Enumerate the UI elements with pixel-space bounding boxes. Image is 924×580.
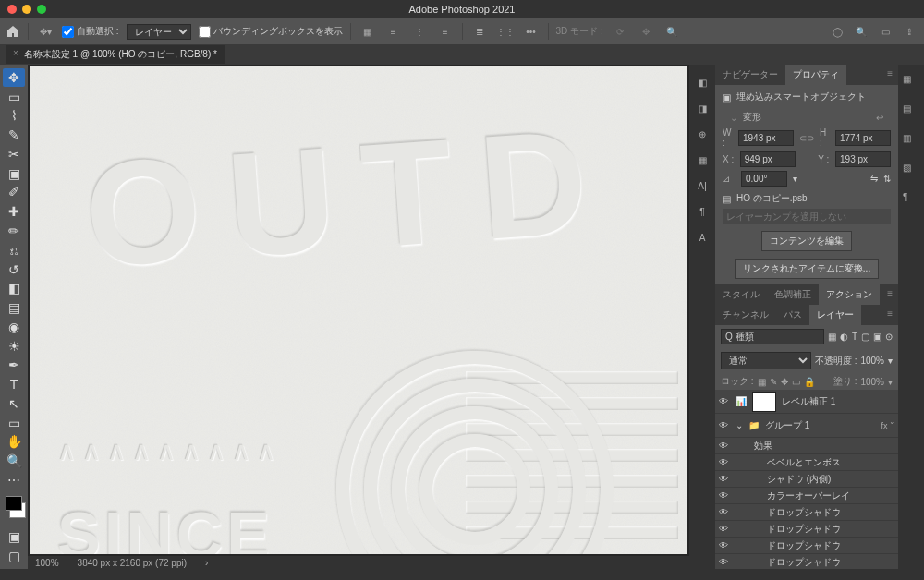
history-brush-tool[interactable]: ↺ — [3, 260, 25, 279]
tab-navigator[interactable]: ナビゲーター — [715, 65, 785, 85]
marquee-tool[interactable]: ▭ — [3, 88, 25, 106]
fill-value[interactable]: 100% — [860, 377, 884, 387]
document-canvas[interactable]: OUTD ∧∧∧∧∧∧∧∧∧ SINCE — [30, 66, 687, 554]
collapsed-panel-icon[interactable]: ▦ — [694, 151, 711, 168]
blend-mode-select[interactable]: 通常 — [721, 352, 811, 369]
layer-fx-row[interactable]: 👁ベベルとエンボス — [715, 454, 898, 471]
width-input[interactable] — [738, 130, 794, 146]
height-input[interactable] — [835, 130, 891, 146]
healing-tool[interactable]: ✚ — [3, 202, 25, 221]
home-icon[interactable] — [6, 24, 20, 39]
clone-tool[interactable]: ⎌ — [3, 241, 25, 260]
show-bbox-checkbox[interactable]: バウンディングボックスを表示 — [199, 25, 343, 38]
panel-menu-icon[interactable]: ≡ — [881, 284, 898, 305]
align-icon[interactable]: ⋮ — [410, 22, 429, 41]
tab-styles[interactable]: スタイル — [715, 284, 767, 305]
fx-badge[interactable]: fx ˅ — [881, 421, 894, 430]
brush-tool[interactable]: ✏ — [3, 222, 25, 240]
dodge-tool[interactable]: ☀ — [3, 337, 25, 356]
filter-pixel-icon[interactable]: ▦ — [828, 332, 836, 342]
reset-icon[interactable]: ↩ — [876, 113, 883, 123]
layer-fx-header[interactable]: 👁 効果 — [715, 438, 898, 454]
3d-pan-icon[interactable]: ✥ — [637, 22, 655, 41]
filter-toggle[interactable]: ⊙ — [885, 332, 893, 342]
zoom-tool[interactable]: 🔍 — [3, 452, 25, 470]
layer-mask-thumb[interactable] — [752, 392, 776, 412]
edit-toolbar[interactable]: ⋯ — [3, 471, 25, 489]
collapsed-panel-icon[interactable]: ▧ — [903, 163, 919, 179]
tab-paths[interactable]: パス — [776, 305, 809, 325]
panel-menu-icon[interactable]: ≡ — [881, 65, 898, 85]
eraser-tool[interactable]: ◧ — [3, 279, 25, 297]
path-select-tool[interactable]: ↖ — [3, 394, 25, 413]
status-chevron-icon[interactable]: › — [205, 558, 208, 568]
share-icon[interactable]: ⇪ — [900, 22, 918, 41]
layer-fx-row[interactable]: 👁ドロップシャドウ — [715, 504, 898, 521]
collapsed-panel-icon[interactable]: ¶ — [903, 192, 919, 209]
flip-v-icon[interactable]: ⇅ — [883, 174, 891, 184]
tab-channels[interactable]: チャンネル — [715, 305, 776, 325]
gradient-tool[interactable]: ▤ — [3, 298, 25, 317]
layer-fx-row[interactable]: 👁カラーオーバーレイ — [715, 488, 898, 504]
screen-mode[interactable]: ▢ — [3, 547, 25, 565]
align-icon[interactable]: ≡ — [436, 22, 455, 41]
layer-fx-row[interactable]: 👁ドロップシャドウ — [715, 521, 898, 538]
3d-zoom-icon[interactable]: 🔍 — [663, 22, 681, 41]
opacity-value[interactable]: 100% — [860, 356, 884, 366]
quick-mask[interactable]: ▣ — [3, 528, 25, 547]
workspace-icon[interactable]: ▭ — [876, 22, 894, 41]
flip-h-icon[interactable]: ⇋ — [870, 174, 878, 184]
cloud-docs-icon[interactable]: ◯ — [828, 22, 846, 41]
x-input[interactable] — [740, 151, 796, 167]
visibility-icon[interactable]: 👁 — [719, 524, 730, 534]
tab-layers[interactable]: レイヤー — [809, 305, 861, 325]
shape-tool[interactable]: ▭ — [3, 414, 25, 432]
convert-linked-button[interactable]: リンクされたアイテムに変換... — [735, 259, 879, 279]
layer-search[interactable] — [721, 329, 824, 344]
distribute-icon[interactable]: ⋮⋮ — [496, 22, 515, 41]
layer-group-row[interactable]: 👁 ⌄ 📁 グループ 1 fx ˅ — [715, 414, 898, 438]
edit-contents-button[interactable]: コンテンツを編集 — [761, 231, 852, 251]
lock-pixels-icon[interactable]: ✎ — [770, 377, 777, 387]
layer-fx-row[interactable]: 👁シャドウ (内側) — [715, 471, 898, 488]
collapsed-panel-icon[interactable]: Aǀ — [694, 177, 711, 194]
dropdown-icon[interactable]: ▾ — [888, 356, 893, 366]
collapsed-panel-icon[interactable]: ▦ — [903, 74, 919, 91]
chevron-down-icon[interactable]: ⌄ — [730, 113, 737, 123]
hand-tool[interactable]: ✋ — [3, 433, 25, 452]
move-tool[interactable]: ✥ — [3, 68, 25, 87]
layer-fx-row[interactable]: 👁ドロップシャドウ — [715, 538, 898, 554]
dropdown-icon[interactable]: ▾ — [888, 377, 893, 387]
filter-adj-icon[interactable]: ◐ — [840, 332, 848, 342]
visibility-icon[interactable]: 👁 — [719, 557, 730, 567]
doc-dimensions[interactable]: 3840 px x 2160 px (72 ppi) — [78, 558, 187, 568]
type-tool[interactable]: T — [3, 375, 25, 393]
move-tool-icon[interactable]: ✥▾ — [36, 22, 55, 41]
close-tab-icon[interactable]: × — [13, 48, 18, 61]
link-icon[interactable]: ⊂⊃ — [799, 133, 814, 143]
search-icon[interactable]: 🔍 — [852, 22, 870, 41]
eyedropper-tool[interactable]: ✐ — [3, 184, 25, 202]
layer-row[interactable]: 👁 📊 レベル補正 1 — [715, 390, 898, 414]
visibility-icon[interactable]: 👁 — [719, 540, 730, 550]
distribute-icon[interactable]: ≣ — [470, 22, 489, 41]
quick-select-tool[interactable]: ✎ — [3, 126, 25, 144]
lock-position-icon[interactable]: ✥ — [781, 377, 788, 387]
auto-select-checkbox[interactable]: 自動選択 : — [62, 25, 119, 38]
align-icon[interactable]: ≡ — [384, 22, 403, 41]
collapsed-panel-icon[interactable]: ¶ — [694, 203, 711, 220]
zoom-level[interactable]: 100% — [35, 558, 59, 568]
lock-all-icon[interactable]: 🔒 — [804, 377, 815, 387]
panel-menu-icon[interactable]: ≡ — [881, 305, 898, 325]
collapsed-panel-icon[interactable]: ▤ — [903, 103, 919, 120]
tab-properties[interactable]: プロパティ — [785, 65, 846, 85]
y-input[interactable] — [835, 151, 891, 167]
filter-type-icon[interactable]: T — [852, 332, 857, 342]
tab-adjustments[interactable]: 色調補正 — [767, 284, 819, 305]
frame-tool[interactable]: ▣ — [3, 164, 25, 183]
tab-actions[interactable]: アクション — [819, 284, 880, 305]
collapsed-panel-icon[interactable]: A — [694, 229, 711, 246]
angle-dropdown-icon[interactable]: ▾ — [793, 174, 797, 184]
auto-select-mode[interactable]: レイヤー — [127, 24, 191, 40]
visibility-icon[interactable]: 👁 — [719, 507, 730, 517]
